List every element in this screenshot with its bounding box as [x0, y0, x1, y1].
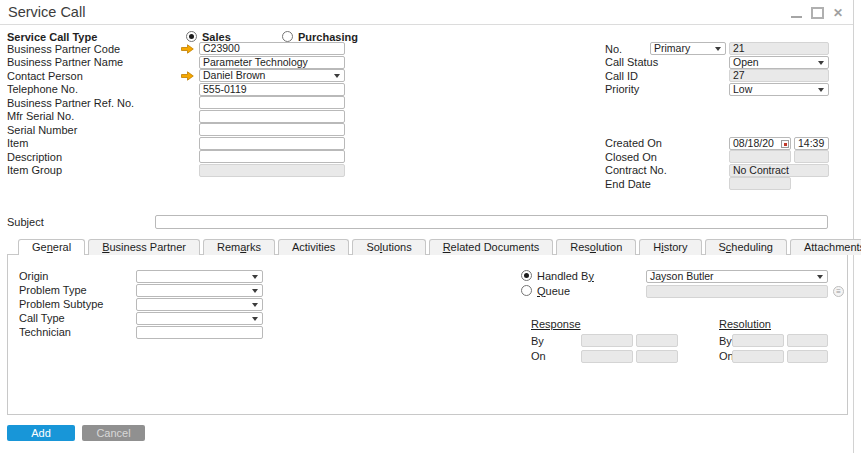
field-label: Problem Subtype: [19, 298, 136, 310]
field-input[interactable]: Parameter Technology: [199, 56, 345, 69]
end-date-field: [729, 177, 791, 190]
resolution-by-time-field: [787, 334, 828, 347]
handled-by-label: Handled By: [537, 270, 594, 282]
priority-label: Priority: [605, 83, 729, 95]
subject-label: Subject: [7, 216, 155, 228]
response-title: Response: [531, 318, 678, 330]
close-icon[interactable]: ✕: [833, 7, 843, 19]
created-date-field[interactable]: 08/18/20: [729, 137, 791, 150]
field-input[interactable]: [136, 298, 263, 311]
field-input[interactable]: [199, 110, 345, 123]
maximize-icon[interactable]: [811, 7, 824, 19]
handled-by-dropdown[interactable]: Jayson Butler: [646, 270, 828, 283]
tab[interactable]: Related Documents: [429, 239, 554, 255]
field-label: Contact Person: [7, 70, 181, 82]
call-id-field: 27: [729, 69, 829, 82]
window-title: Service Call: [8, 4, 85, 20]
radio-label: Sales: [202, 31, 282, 43]
field-input[interactable]: [136, 284, 263, 297]
field-label: Business Partner Code: [7, 43, 181, 55]
tab[interactable]: Activities: [278, 239, 349, 255]
call-status-dropdown[interactable]: Open: [729, 56, 829, 69]
tab[interactable]: General: [18, 239, 85, 255]
title-separator: [0, 24, 853, 25]
response-by-field: [581, 334, 633, 347]
field-value: C23900: [203, 42, 240, 54]
add-button[interactable]: Add: [7, 425, 75, 441]
tab-strip: General Business Partner Remarks Activit…: [18, 239, 861, 255]
minimize-icon[interactable]: [791, 8, 802, 18]
service-call-window: Service Call ✕ Service Call Type Sales P…: [0, 0, 861, 453]
general-tab-panel: Origin Problem Type Problem Subtype Call…: [7, 254, 848, 415]
response-on-field: [581, 350, 633, 363]
field-input[interactable]: [199, 96, 345, 109]
field-row: Problem Type: [19, 283, 263, 297]
field-row: Telephone No. 555-0119: [7, 83, 352, 97]
tab[interactable]: Resolution: [556, 239, 636, 255]
radio-icon[interactable]: [521, 270, 532, 281]
field-row: Description: [7, 150, 352, 164]
field-input[interactable]: [199, 150, 345, 163]
field-row: Problem Subtype: [19, 297, 263, 311]
field-label: Telephone No.: [7, 83, 181, 95]
choose-from-list-icon[interactable]: ≡: [833, 286, 844, 297]
field-label: Serial Number: [7, 124, 181, 136]
created-time-field[interactable]: 14:39: [794, 137, 829, 150]
no-type-dropdown[interactable]: Primary: [650, 42, 726, 55]
field-row: Item Group: [7, 164, 352, 178]
resolution-on-field: [732, 350, 784, 363]
cancel-button[interactable]: Cancel: [82, 425, 145, 441]
radio-label: Purchasing: [298, 31, 378, 43]
field-row: Business Partner Ref. No.: [7, 96, 352, 110]
field-input[interactable]: [199, 164, 345, 177]
queue-radio[interactable]: Queue: [521, 283, 594, 298]
tab[interactable]: Business Partner: [88, 239, 200, 255]
radio-icon[interactable]: [186, 31, 197, 42]
field-row: Mfr Serial No.: [7, 110, 352, 124]
header-right-fields: No. Primary 21 Call Status Open Call ID …: [605, 42, 829, 191]
field-input[interactable]: [199, 123, 345, 136]
field-input[interactable]: Daniel Brown: [199, 69, 345, 82]
response-section: Response By On: [531, 318, 678, 364]
contract-no-field: No Contract: [729, 164, 829, 177]
tab[interactable]: Solutions: [352, 239, 425, 255]
service-call-type-label: Service Call Type: [7, 31, 186, 43]
field-row: Contact Person Daniel Brown: [7, 69, 352, 83]
field-input[interactable]: [199, 137, 345, 150]
tab[interactable]: Attachments: [790, 239, 861, 255]
field-label: Technician: [19, 326, 136, 338]
field-input[interactable]: C23900: [199, 42, 345, 55]
tab[interactable]: Remarks: [203, 239, 275, 255]
resolution-title: Resolution: [719, 318, 828, 330]
tab[interactable]: Scheduling: [705, 239, 787, 255]
field-input[interactable]: [136, 312, 263, 325]
field-label: Item Group: [7, 164, 181, 176]
closed-date-field: [729, 150, 791, 163]
contract-no-label: Contract No.: [605, 164, 729, 176]
field-label: Item: [7, 137, 181, 149]
field-input[interactable]: [136, 326, 263, 339]
field-row: Origin: [19, 269, 263, 283]
response-by-time-field: [636, 334, 678, 347]
priority-dropdown[interactable]: Low: [729, 83, 829, 96]
field-row: Business Partner Name Parameter Technolo…: [7, 56, 352, 70]
link-arrow-icon[interactable]: [181, 71, 196, 81]
tab[interactable]: History: [639, 239, 701, 255]
field-input[interactable]: 555-0119: [199, 83, 345, 96]
header-left-fields: Business Partner Code C23900 Business Pa…: [7, 42, 352, 177]
window-controls: ✕: [791, 6, 843, 19]
response-by-label: By: [531, 335, 581, 347]
link-arrow-icon[interactable]: [181, 44, 196, 54]
calendar-icon[interactable]: [781, 140, 789, 148]
radio-icon[interactable]: [282, 31, 293, 42]
field-input[interactable]: [136, 270, 263, 283]
handled-by-radio[interactable]: Handled By: [521, 268, 594, 283]
type-radio[interactable]: Sales: [186, 31, 282, 43]
field-row: Serial Number: [7, 123, 352, 137]
type-radio[interactable]: Purchasing: [282, 31, 378, 43]
field-row: Business Partner Code C23900: [7, 42, 352, 56]
radio-icon[interactable]: [521, 285, 532, 296]
subject-input[interactable]: [155, 215, 828, 229]
field-label: Business Partner Name: [7, 56, 181, 68]
field-label: Origin: [19, 270, 136, 282]
